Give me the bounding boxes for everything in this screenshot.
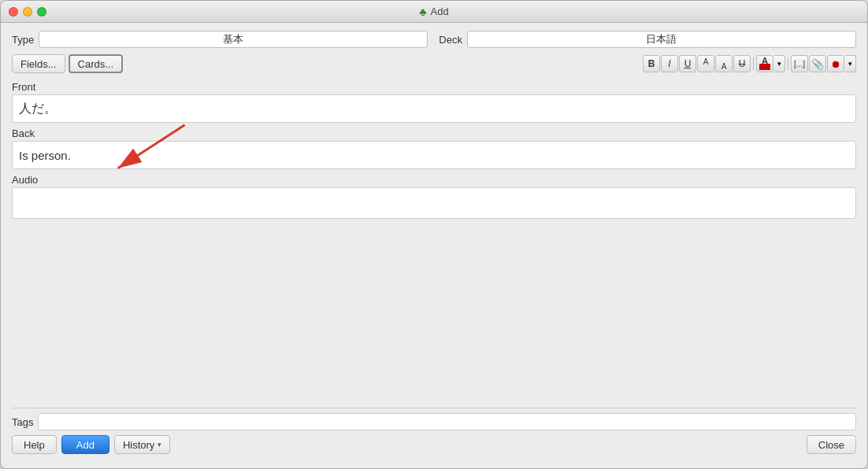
attachment-button[interactable]: 📎	[809, 55, 826, 72]
underline-button[interactable]: U	[679, 55, 696, 72]
deck-label: Deck	[439, 34, 462, 46]
tags-row: Tags	[12, 413, 856, 430]
ellipsis-button[interactable]: [...]	[791, 55, 808, 72]
history-label: History	[123, 439, 154, 451]
back-input[interactable]	[12, 141, 856, 169]
toolbar-separator-1	[753, 57, 754, 70]
record-dropdown-button[interactable]: ▾	[845, 55, 856, 72]
front-input[interactable]	[12, 94, 856, 123]
type-deck-row: Type Deck	[12, 31, 856, 48]
audio-label: Audio	[12, 174, 856, 186]
cards-button[interactable]: Cards...	[69, 54, 124, 73]
history-button[interactable]: History ▾	[114, 435, 170, 454]
close-window-button[interactable]	[9, 7, 18, 17]
record-button[interactable]: ⏺	[827, 55, 844, 72]
superscript-button[interactable]: A	[697, 55, 714, 72]
fields-area: Front Back Audio	[12, 78, 856, 408]
add-button[interactable]: Add	[61, 435, 109, 454]
format-toolbar: B I U A A U A ▾ [...] 📎 ⏺ ▾	[643, 55, 856, 72]
minimize-window-button[interactable]	[23, 7, 32, 17]
window-controls	[9, 7, 46, 17]
tags-input[interactable]	[38, 413, 856, 430]
actions-row: Help Add History ▾ Close	[12, 435, 856, 454]
history-dropdown-arrow: ▾	[158, 441, 161, 449]
italic-button[interactable]: I	[661, 55, 678, 72]
back-label: Back	[12, 127, 856, 139]
color-swatch	[759, 64, 770, 70]
maximize-window-button[interactable]	[37, 7, 46, 17]
bold-button[interactable]: B	[643, 55, 660, 72]
subscript-button[interactable]: A	[715, 55, 733, 72]
window-title: ♣ Add	[419, 6, 448, 18]
title-text: Add	[431, 6, 449, 17]
deck-select[interactable]	[467, 31, 856, 48]
tags-label: Tags	[12, 416, 33, 428]
toolbar-separator-2	[788, 57, 788, 70]
strikethrough-button[interactable]: U	[733, 55, 751, 72]
help-button[interactable]: Help	[12, 435, 57, 454]
font-color-button[interactable]: A	[756, 55, 773, 72]
front-label: Front	[12, 81, 856, 93]
close-button[interactable]: Close	[807, 435, 856, 454]
main-content: Type Deck Fields... Cards... B I U A A U…	[1, 23, 867, 468]
fields-button[interactable]: Fields...	[12, 54, 65, 73]
type-label: Type	[12, 34, 34, 46]
anki-icon: ♣	[419, 6, 426, 18]
toolbar-row: Fields... Cards... B I U A A U A ▾ [...]…	[12, 54, 856, 73]
titlebar: ♣ Add	[1, 1, 867, 23]
bottom-area: Tags Help Add History ▾ Close	[12, 408, 856, 460]
type-select[interactable]	[39, 31, 428, 48]
color-dropdown-button[interactable]: ▾	[774, 55, 785, 72]
audio-input[interactable]	[12, 187, 856, 219]
main-window: ♣ Add Type Deck Fields... Cards... B I U…	[0, 0, 868, 469]
